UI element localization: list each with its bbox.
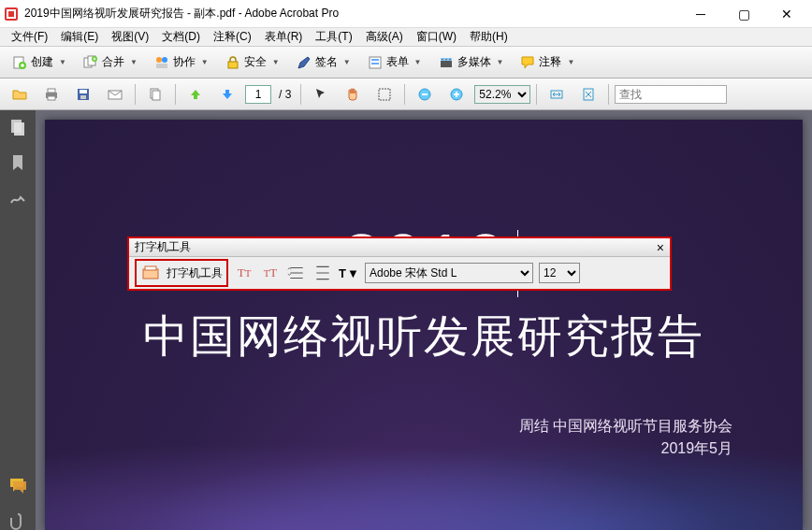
page-total-label: / 3 [275, 88, 295, 101]
line-spacing-dec-icon[interactable] [286, 263, 307, 283]
menu-advanced[interactable]: 高级(A) [360, 27, 409, 47]
svg-rect-11 [228, 62, 238, 68]
create-icon [12, 55, 27, 70]
menu-view[interactable]: 视图(V) [106, 27, 154, 47]
zoom-in-button[interactable] [442, 82, 471, 107]
cursor-icon [313, 87, 328, 102]
document-area[interactable]: 2019 中国网络视听发展研究报告 周结 中国网络视听节目服务协会 2019年5… [36, 110, 812, 530]
decorative-wave [45, 427, 803, 530]
font-size-select[interactable]: 12 [539, 263, 580, 283]
typewriter-toolbar: 打字机工具 × 打字机工具 TT TT T▼ Adobe 宋体 Std L 12 [127, 236, 672, 291]
menu-comments[interactable]: 注释(C) [208, 27, 257, 47]
comments-panel-icon[interactable] [8, 476, 27, 494]
app-icon [4, 7, 19, 21]
separator [608, 84, 609, 105]
svg-rect-28 [152, 91, 160, 100]
minimize-button[interactable]: ─ [679, 1, 722, 27]
line-spacing-inc-icon[interactable] [312, 263, 333, 283]
fit-page-button[interactable] [574, 82, 602, 107]
svg-point-9 [162, 57, 167, 63]
svg-rect-22 [48, 96, 55, 100]
menu-window[interactable]: 窗口(W) [411, 27, 462, 47]
forms-button[interactable]: 表单▼ [361, 50, 428, 75]
font-select[interactable]: Adobe 宋体 Std L [365, 263, 533, 283]
fit-width-button[interactable] [543, 82, 571, 107]
svg-rect-42 [145, 266, 156, 270]
pdf-page: 2019 中国网络视听发展研究报告 周结 中国网络视听节目服务协会 2019年5… [45, 120, 803, 530]
close-button[interactable]: ✕ [765, 1, 808, 27]
page-down-button[interactable] [213, 82, 241, 107]
svg-point-17 [442, 58, 443, 60]
lock-icon [225, 55, 240, 70]
bookmarks-panel-icon[interactable] [8, 153, 27, 172]
separator [135, 84, 136, 105]
increase-text-icon[interactable]: TT [260, 263, 281, 283]
hand-tool-button[interactable] [339, 82, 367, 107]
marquee-zoom-button[interactable] [370, 82, 399, 107]
plus-icon [449, 87, 464, 102]
menu-forms[interactable]: 表单(R) [259, 27, 309, 47]
menu-file[interactable]: 文件(F) [6, 27, 53, 47]
svg-rect-31 [379, 89, 390, 100]
typewriter-button-label[interactable]: 打字机工具 [167, 265, 223, 281]
separator [300, 84, 301, 105]
doc-title: 中国网络视听发展研究报告 [45, 307, 803, 366]
typewriter-icon[interactable] [140, 263, 161, 283]
title-bar: 2019中国网络视听发展研究报告 - 副本.pdf - Adobe Acroba… [0, 0, 812, 28]
svg-point-18 [445, 58, 447, 60]
svg-rect-36 [456, 92, 457, 97]
pages-icon [148, 87, 163, 102]
hand-icon [345, 87, 360, 102]
collab-button[interactable]: 协作▼ [148, 50, 215, 75]
fit-page-icon [581, 87, 596, 102]
open-button[interactable] [6, 82, 34, 107]
typewriter-close-icon[interactable]: × [657, 240, 664, 255]
separator [175, 84, 176, 105]
comment-button[interactable]: 注释▼ [514, 50, 581, 75]
dropdown-icon: ▼ [59, 58, 66, 66]
window-title: 2019中国网络视听发展研究报告 - 副本.pdf - Adobe Acroba… [24, 6, 679, 21]
window-controls: ─ ▢ ✕ [679, 1, 808, 27]
zoom-out-button[interactable] [411, 82, 439, 107]
svg-rect-10 [156, 64, 167, 68]
page-first-button[interactable] [141, 82, 169, 107]
attachments-panel-icon[interactable] [8, 511, 27, 530]
multimedia-button[interactable]: 多媒体▼ [432, 50, 511, 75]
dropdown-icon: ▼ [567, 58, 574, 66]
signatures-panel-icon[interactable] [8, 189, 27, 208]
maximize-button[interactable]: ▢ [722, 1, 765, 27]
pages-panel-icon[interactable] [8, 118, 27, 136]
printer-icon [44, 87, 59, 102]
svg-rect-21 [48, 89, 55, 93]
dropdown-icon: ▼ [130, 58, 138, 66]
email-button[interactable] [101, 82, 129, 107]
pen-icon [297, 55, 312, 70]
dropdown-icon: ▼ [272, 58, 280, 66]
menu-help[interactable]: 帮助(H) [464, 27, 514, 47]
save-button[interactable] [69, 82, 97, 107]
arrow-up-icon [188, 87, 203, 102]
menu-document[interactable]: 文档(D) [156, 27, 206, 47]
form-icon [368, 55, 383, 70]
disk-icon [76, 87, 91, 102]
combine-button[interactable]: 合并▼ [77, 50, 144, 75]
page-up-button[interactable] [181, 82, 210, 107]
decrease-text-icon[interactable]: TT [234, 263, 254, 283]
menu-edit[interactable]: 编辑(E) [55, 27, 104, 47]
create-button[interactable]: 创建▼ [6, 50, 73, 75]
dropdown-icon: ▼ [497, 58, 504, 66]
select-tool-button[interactable] [307, 82, 335, 107]
sign-button[interactable]: 签名▼ [290, 50, 357, 75]
typewriter-titlebar[interactable]: 打字机工具 × [129, 238, 670, 257]
text-color-icon[interactable]: T▼ [339, 263, 359, 283]
print-button[interactable] [37, 82, 65, 107]
zoom-select[interactable]: 52.2% [474, 85, 530, 104]
menu-tools[interactable]: 工具(T) [310, 27, 357, 47]
svg-rect-24 [80, 90, 87, 93]
svg-rect-25 [80, 95, 86, 99]
dropdown-icon: ▼ [414, 58, 422, 66]
secure-button[interactable]: 安全▼ [219, 50, 286, 75]
page-number-input[interactable] [245, 85, 271, 104]
folder-icon [12, 87, 27, 102]
find-input[interactable] [615, 85, 727, 104]
